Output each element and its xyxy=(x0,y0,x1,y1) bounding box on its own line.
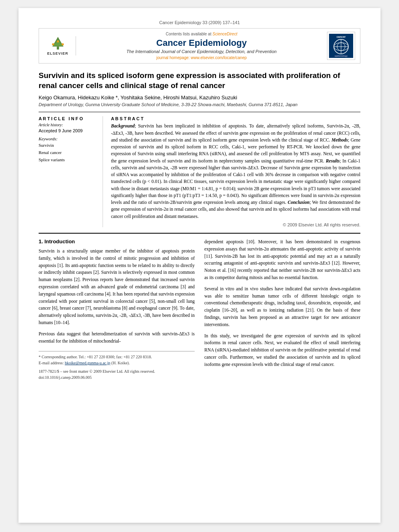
keyword-splice: Splice variants xyxy=(39,156,97,164)
affiliation: Department of Urology, Gunma University … xyxy=(39,102,360,107)
body-col-right: dependent apoptosis [10]. Moreover, it h… xyxy=(204,238,360,381)
copyright-line: © 2009 Elsevier Ltd. All rights reserved… xyxy=(111,222,360,227)
intro-para4: Several in vitro and in vivo studies hav… xyxy=(204,286,360,329)
journal-subtitle: The International Journal of Cancer Epid… xyxy=(81,49,322,54)
footnote-email: E-mail address: hkoike@med.gunma-u.ac.jp… xyxy=(39,360,195,366)
article-title-section: Survivin and its spliced isoform gene ex… xyxy=(39,71,360,107)
article-info-col: A R T I C L E I N F O Article history: A… xyxy=(39,116,103,227)
intro-para5: In this study, we investigated the gene … xyxy=(204,333,360,368)
footnote-issn: 1877-7821/$ – see front matter © 2009 El… xyxy=(39,368,195,374)
sciencedirect-line: Contents lists available at ScienceDirec… xyxy=(81,32,322,36)
results-label: Results xyxy=(326,158,340,163)
article-accepted: Accepted 9 June 2009 xyxy=(39,128,97,133)
journal-banner: ELSEVIER Contents lists available at Sci… xyxy=(39,28,360,64)
intro-para3: dependent apoptosis [10]. Moreover, it h… xyxy=(204,238,360,281)
background-label: Background xyxy=(111,123,135,128)
results-text: ; In Caki-1 cells, survivin and survivin… xyxy=(111,158,360,205)
background-text: ; Survivin has been implicated in inhibi… xyxy=(111,123,360,142)
svg-point-3 xyxy=(52,43,54,46)
svg-text:epidemiology: epidemiology xyxy=(335,55,348,57)
journal-ref: Cancer Epidemiology 33 (2009) 137–141 xyxy=(39,20,360,25)
keyword-renal: Renal cancer xyxy=(39,149,97,156)
svg-point-5 xyxy=(57,40,59,43)
article-info-section-label: A R T I C L E I N F O xyxy=(39,116,97,121)
svg-text:cancer: cancer xyxy=(337,35,346,38)
intro-title: 1. Introduction xyxy=(39,238,195,244)
abstract-label: A B S T R A C T xyxy=(111,116,360,121)
journal-logo-box: cancer epidemiology xyxy=(327,32,355,60)
svg-rect-0 xyxy=(57,47,59,49)
sciencedirect-link[interactable]: ScienceDirect xyxy=(212,32,237,36)
journal-homepage: journal homepage: www.elsevier.com/locat… xyxy=(81,55,322,60)
authors: Keigo Okamura, Hidekazu Koike *, Yoshita… xyxy=(39,94,360,101)
footnote-area: * Corresponding author. Tel.: +81 27 220… xyxy=(39,351,195,380)
intro-para2: Previous data suggest that heterodimeriz… xyxy=(39,331,195,345)
article-main-title: Survivin and its spliced isoform gene ex… xyxy=(39,71,360,90)
abstract-text: Background; Survivin has been implicated… xyxy=(111,123,360,220)
journal-info: Contents lists available at ScienceDirec… xyxy=(81,32,322,60)
two-col-body: 1. Introduction Survivin is a structural… xyxy=(39,238,360,381)
elsevier-logo: ELSEVIER xyxy=(44,36,76,55)
homepage-url[interactable]: www.elsevier.com/locate/canep xyxy=(191,55,247,60)
elsevier-text: ELSEVIER xyxy=(47,51,68,55)
intro-para1: Survivin is a structurally unique member… xyxy=(39,248,195,327)
body-col-left: 1. Introduction Survivin is a structural… xyxy=(39,238,195,381)
footnote-doi: doi:10.1016/j.canep.2009.06.005 xyxy=(39,374,195,380)
article-page: Cancer Epidemiology 33 (2009) 137–141 EL… xyxy=(19,8,380,523)
conclusion-label: Conclusion xyxy=(288,200,309,205)
abstract-col: A B S T R A C T Background; Survivin has… xyxy=(111,116,360,227)
email-link[interactable]: hkoike@med.gunma-u.ac.jp xyxy=(65,361,110,365)
article-info-abstract: A R T I C L E I N F O Article history: A… xyxy=(39,112,360,227)
keyword-survivin: Survivin xyxy=(39,142,97,149)
keywords-label: Keywords: xyxy=(39,136,97,141)
methods-label: Methods xyxy=(331,138,348,142)
body-section: 1. Introduction Survivin is a structural… xyxy=(39,233,360,381)
footnote-corresponding: * Corresponding author. Tel.: +81 27 220… xyxy=(39,354,195,360)
journal-title-banner: Cancer Epidemiology xyxy=(81,38,322,48)
article-history-label: Article history: xyxy=(39,123,97,127)
svg-point-4 xyxy=(62,43,64,46)
